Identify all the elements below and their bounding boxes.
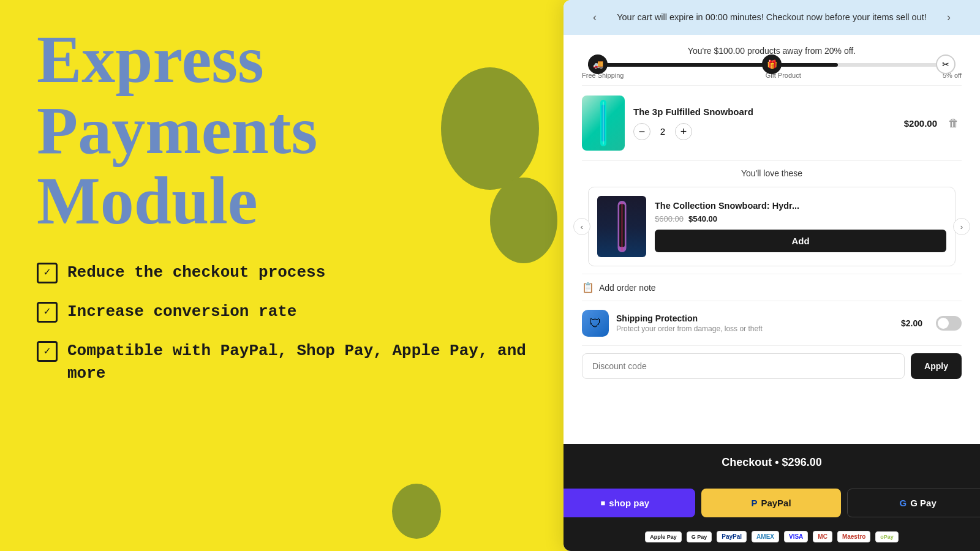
- discount-row: Apply: [582, 345, 962, 386]
- banner-text: Your cart will expire in 00:00 minutes! …: [601, 11, 942, 23]
- gift-icon-circle: 🎁: [762, 54, 782, 74]
- cart-banner: ‹ Your cart will expire in 00:00 minutes…: [564, 0, 980, 35]
- upsell-sale-price: $540.00: [688, 214, 717, 223]
- progress-icon-discount: ✂: [936, 54, 956, 74]
- feature-item-3: ✓ Compatible with PayPal, Shop Pay, Appl…: [37, 340, 533, 384]
- discount-code-input[interactable]: [582, 353, 905, 379]
- order-note-text: Add order note: [599, 283, 656, 293]
- shipping-protection-toggle[interactable]: [936, 316, 962, 331]
- qty-increase-button[interactable]: +: [675, 123, 692, 140]
- upsell-title: You'll love these: [582, 168, 962, 178]
- discount-icon-circle: ✂: [936, 54, 956, 74]
- features-list: ✓ Reduce the checkout process ✓ Increase…: [37, 261, 533, 385]
- banner-next-arrow[interactable]: ›: [942, 7, 956, 28]
- shopify-pay-badge: oPay: [875, 531, 899, 542]
- cart-body: You're $100.00 products away from 20% of…: [564, 35, 980, 444]
- checkmark-icon-2: ✓: [37, 302, 58, 323]
- progress-bar-container: 🚚 🎁 ✂: [588, 63, 956, 67]
- upsell-info: The Collection Snowboard: Hydr... $600.0…: [655, 201, 946, 252]
- upsell-card-inner: The Collection Snowboard: Hydr... $600.0…: [589, 187, 955, 266]
- delete-item-icon[interactable]: 🗑: [946, 114, 962, 132]
- upsell-next-arrow[interactable]: ›: [953, 218, 970, 235]
- mastercard-badge: MC: [813, 531, 832, 542]
- progress-icon-gift: 🎁: [762, 54, 782, 74]
- upsell-original-price: $600.00: [655, 214, 684, 223]
- item-image: [582, 96, 625, 151]
- upsell-product-name: The Collection Snowboard: Hydr...: [655, 201, 946, 211]
- apple-pay-badge: Apple Pay: [645, 531, 682, 542]
- checkmark-icon-3: ✓: [37, 341, 58, 362]
- apply-discount-button[interactable]: Apply: [911, 353, 962, 379]
- shield-icon: 🛡: [582, 310, 609, 337]
- express-payments: ■ shop pay P PayPal G G Pay: [564, 481, 980, 526]
- item-details: The 3p Fulfilled Snowboard − 2 +: [633, 107, 895, 140]
- banner-prev-arrow[interactable]: ‹: [588, 7, 601, 28]
- paypal-badge: PayPal: [717, 531, 747, 542]
- checkout-button[interactable]: Checkout • $296.00: [564, 444, 980, 481]
- order-note-row[interactable]: 📋 Add order note: [582, 274, 962, 301]
- checkout-section: Checkout • $296.00 ■ shop pay P PayPal G…: [564, 444, 980, 551]
- progress-icon-shipping: 🚚: [588, 54, 608, 74]
- upsell-snowboard-image: [611, 199, 633, 254]
- progress-section: You're $100.00 products away from 20% of…: [582, 35, 962, 85]
- gpay-badge: G Pay: [687, 531, 712, 542]
- order-note-icon: 📋: [582, 282, 594, 293]
- qty-decrease-button[interactable]: −: [633, 123, 650, 140]
- gpay-g-icon: G: [900, 498, 907, 508]
- shipping-icon-circle: 🚚: [588, 54, 608, 74]
- item-name: The 3p Fulfilled Snowboard: [633, 107, 895, 117]
- sp-subtitle: Protect your order from damage, loss or …: [616, 324, 894, 333]
- maestro-badge: Maestro: [837, 531, 870, 542]
- upsell-product-image: [597, 196, 646, 257]
- upsell-section: You'll love these ‹ The Collect: [582, 160, 962, 274]
- upsell-prev-arrow[interactable]: ‹: [573, 218, 590, 235]
- shop-pay-icon: ■: [600, 498, 605, 508]
- snowboard-image: [594, 99, 612, 148]
- item-price: $200.00: [904, 118, 937, 129]
- upsell-add-button[interactable]: Add: [655, 230, 946, 252]
- cart-item: The 3p Fulfilled Snowboard − 2 + $200.00…: [582, 85, 962, 160]
- sp-title: Shipping Protection: [616, 313, 894, 323]
- left-section: Express Payments Module ✓ Reduce the che…: [0, 0, 570, 551]
- feature-item-2: ✓ Increase conversion rate: [37, 301, 533, 323]
- amex-badge: AMEX: [752, 531, 779, 542]
- decorative-blob-medium: [490, 178, 557, 263]
- payment-icons-row: Apple Pay G Pay PayPal AMEX VISA MC Maes…: [564, 526, 980, 551]
- feature-item-1: ✓ Reduce the checkout process: [37, 261, 533, 283]
- upsell-card: The Collection Snowboard: Hydr... $600.0…: [588, 187, 956, 266]
- checkmark-icon-1: ✓: [37, 263, 58, 283]
- shop-pay-button[interactable]: ■ shop pay: [564, 489, 695, 517]
- decorative-blob-large: [441, 67, 539, 190]
- qty-value: 2: [657, 126, 669, 137]
- upsell-price-row: $600.00 $540.00: [655, 214, 946, 223]
- shipping-protection: 🛡 Shipping Protection Protect your order…: [582, 301, 962, 345]
- item-qty-row: − 2 +: [633, 123, 895, 140]
- progress-icons: 🚚 🎁 ✂: [588, 54, 956, 74]
- paypal-icon: P: [751, 498, 757, 508]
- cart-panel: ‹ Your cart will expire in 00:00 minutes…: [564, 0, 980, 551]
- paypal-button[interactable]: P PayPal: [701, 489, 842, 517]
- visa-badge: VISA: [784, 531, 808, 542]
- decorative-blob-small: [392, 484, 441, 539]
- shipping-protection-info: Shipping Protection Protect your order f…: [616, 313, 894, 333]
- gpay-button[interactable]: G G Pay: [847, 489, 980, 517]
- sp-price: $2.00: [901, 318, 922, 328]
